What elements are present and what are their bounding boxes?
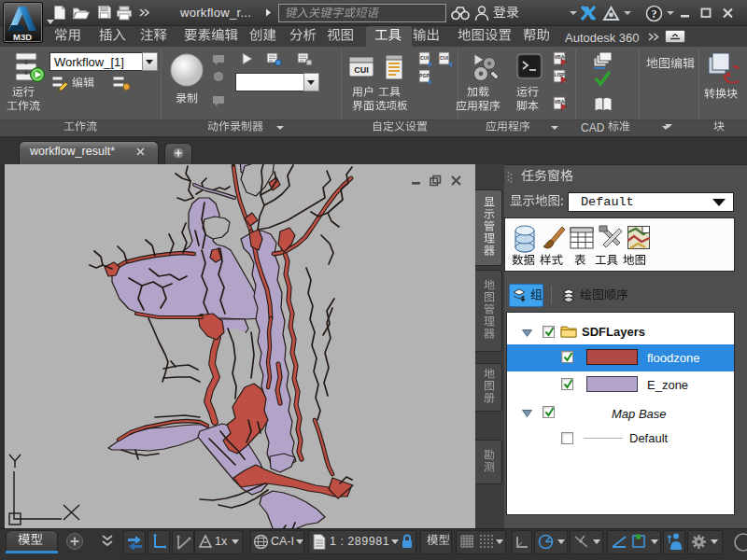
svg-text:VBA: VBA xyxy=(555,54,565,60)
svg-text:M3D: M3D xyxy=(13,32,32,42)
svg-text:LISP: LISP xyxy=(554,72,565,77)
svg-text:?: ? xyxy=(652,7,657,21)
svg-text:CUI: CUI xyxy=(440,55,448,61)
svg-text:CUI: CUI xyxy=(420,55,429,61)
svg-text:PGP: PGP xyxy=(419,73,430,78)
svg-text:VBA: VBA xyxy=(555,99,565,105)
svg-text:CUI: CUI xyxy=(354,65,369,75)
